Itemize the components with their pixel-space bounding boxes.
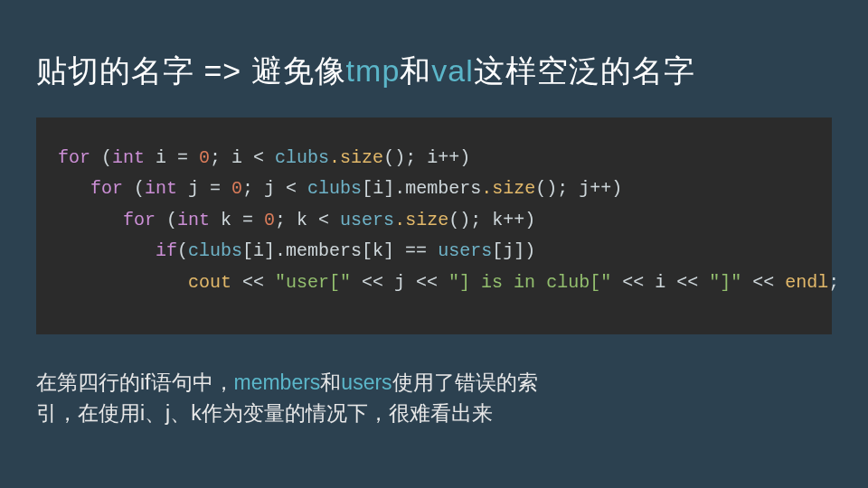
- slide-title: 贴切的名字 => 避免像tmp和val这样空泛的名字: [36, 51, 832, 92]
- caption-part-3: 使用了错误的索: [392, 371, 538, 394]
- code-line-5: cout << "user[" << j << "] is in club[" …: [58, 267, 810, 298]
- code-line-3: for (int k = 0; k < users.size(); k++): [58, 205, 810, 236]
- code-line-2: for (int j = 0; j < clubs[i].members.siz…: [58, 174, 810, 204]
- code-block: for (int i = 0; i < clubs.size(); i++) f…: [36, 117, 832, 334]
- caption-part-1: 在第四行的if语句中，: [36, 371, 234, 394]
- title-text-1: 贴切的名字 => 避免像: [36, 53, 346, 88]
- caption-text: 在第四行的if语句中，members和users使用了错误的索引，在使用i、j、…: [36, 367, 832, 429]
- caption-part-2: 和: [320, 371, 341, 394]
- caption-accent-2: users: [341, 371, 392, 394]
- code-line-4: if(clubs[i].members[k] == users[j]): [58, 236, 810, 267]
- caption-accent-1: members: [234, 371, 321, 394]
- caption-part-4: 引，在使用i、j、k作为变量的情况下，很难看出来: [36, 401, 493, 425]
- title-text-2: 和: [400, 53, 431, 88]
- title-accent-2: val: [431, 53, 473, 88]
- title-accent-1: tmp: [346, 53, 401, 88]
- title-text-3: 这样空泛的名字: [474, 53, 695, 88]
- code-line-1: for (int i = 0; i < clubs.size(); i++): [58, 143, 810, 174]
